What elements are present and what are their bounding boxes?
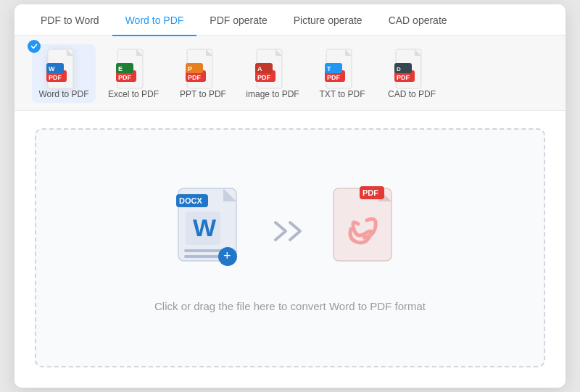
- drop-area[interactable]: DOCX W +: [35, 128, 545, 367]
- svg-rect-43: [184, 255, 223, 258]
- conv-cad-to-pdf[interactable]: PDF D CAD to PDF: [380, 44, 444, 103]
- tab-cad-operate[interactable]: CAD operate: [376, 4, 460, 36]
- ppt-to-pdf-icon: PDF P: [186, 49, 220, 89]
- word-to-pdf-icon: PDF W: [46, 49, 81, 89]
- txt-to-pdf-icon: PDF T: [325, 49, 360, 89]
- svg-text:PDF: PDF: [327, 74, 341, 81]
- drop-illustration: DOCX W +: [173, 184, 407, 278]
- convert-arrow: [274, 217, 306, 246]
- conv-image-to-pdf[interactable]: PDF A image to PDF: [241, 44, 304, 103]
- conv-excel-to-pdf[interactable]: PDF E Excel to PDF: [102, 44, 165, 103]
- excel-to-pdf-icon: PDF E: [116, 49, 151, 89]
- conv-ppt-to-pdf[interactable]: PDF P PPT to PDF: [171, 44, 235, 103]
- svg-text:PDF: PDF: [188, 74, 202, 81]
- drop-instruction: Click or drag the file here to convert W…: [154, 300, 426, 312]
- tab-bar: PDF to Word Word to PDF PDF operate Pict…: [14, 4, 566, 36]
- svg-text:PDF: PDF: [49, 74, 62, 81]
- docx-illustration: DOCX W +: [173, 184, 252, 278]
- conv-word-to-pdf[interactable]: PDF W Word to PDF: [32, 44, 96, 103]
- conv-txt-to-pdf[interactable]: PDF T TXT to PDF: [310, 44, 374, 103]
- tab-word-to-pdf[interactable]: Word to PDF: [112, 4, 197, 36]
- svg-text:T: T: [327, 65, 331, 72]
- svg-text:W: W: [193, 214, 217, 241]
- conv-cad-to-pdf-label: CAD to PDF: [388, 89, 436, 99]
- pdf-illustration: PDF: [328, 184, 407, 278]
- active-check-badge: [28, 40, 41, 53]
- svg-text:W: W: [49, 65, 55, 72]
- conv-ppt-to-pdf-label: PPT to PDF: [180, 89, 226, 99]
- svg-text:P: P: [188, 65, 192, 72]
- svg-text:PDF: PDF: [397, 74, 410, 81]
- app-window: PDF to Word Word to PDF PDF operate Pict…: [14, 4, 566, 388]
- svg-text:PDF: PDF: [362, 188, 378, 197]
- svg-text:PDF: PDF: [118, 74, 132, 81]
- image-to-pdf-icon: PDF A: [255, 49, 290, 89]
- conversion-bar: PDF W Word to PDF PDF E Excel to PDF: [14, 36, 566, 111]
- tab-picture-operate[interactable]: Picture operate: [281, 4, 376, 36]
- tab-pdf-operate[interactable]: PDF operate: [196, 4, 280, 36]
- svg-text:D: D: [397, 66, 401, 72]
- conv-excel-to-pdf-label: Excel to PDF: [108, 89, 159, 99]
- conv-txt-to-pdf-label: TXT to PDF: [319, 89, 365, 99]
- cad-to-pdf-icon: PDF D: [394, 49, 429, 89]
- svg-text:DOCX: DOCX: [179, 196, 202, 205]
- conv-image-to-pdf-label: image to PDF: [246, 89, 299, 99]
- tab-pdf-to-word[interactable]: PDF to Word: [28, 4, 112, 36]
- svg-text:PDF: PDF: [257, 74, 271, 81]
- conv-word-to-pdf-label: Word to PDF: [38, 89, 88, 99]
- svg-text:+: +: [223, 249, 231, 263]
- svg-text:E: E: [118, 65, 123, 72]
- svg-text:A: A: [257, 65, 262, 72]
